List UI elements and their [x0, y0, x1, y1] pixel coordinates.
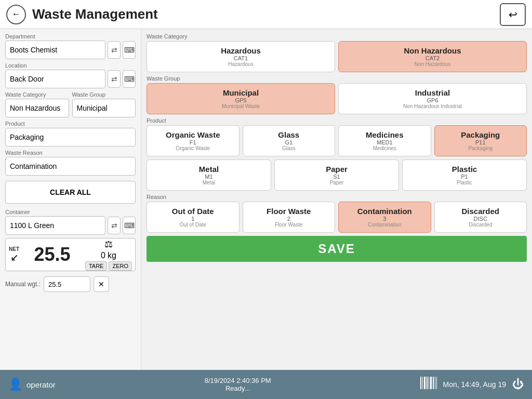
tile-code: DISC — [474, 216, 487, 222]
reply-icon: ↩ — [509, 8, 517, 21]
tile-DISC[interactable]: Discarded DISC Discarded — [434, 202, 527, 233]
user-icon: 👤 — [8, 378, 22, 391]
tile-MED1[interactable]: Medicines MED1 Medicines — [338, 125, 431, 156]
department-keyboard-btn[interactable]: ⌨ — [123, 41, 136, 59]
waste-category-label: Waste Category — [5, 91, 69, 98]
reason-tiles: Out of Date 1 Out of Date Floor Waste 2 … — [147, 202, 527, 233]
tile-name: Municipal — [223, 88, 259, 97]
tile-code: M1 — [205, 174, 212, 180]
department-field: Department ⇄ ⌨ — [5, 33, 136, 59]
svg-rect-4 — [429, 377, 429, 389]
tile-code: CAT1 — [234, 55, 248, 61]
tile-name: Hazardous — [221, 46, 261, 55]
tile-name: Contamination — [357, 207, 412, 216]
tile-CAT2[interactable]: Non Hazardous CAT2 Non Hazardous — [338, 41, 527, 72]
department-input[interactable] — [5, 41, 105, 59]
save-section: SAVE — [147, 236, 527, 262]
manual-weight-row: Manual wgt.: ✕ — [5, 276, 136, 292]
tile-code: MED1 — [377, 139, 393, 145]
tile-GP6[interactable]: Industrial GP6 Non Hazardous Industrial — [338, 83, 527, 114]
tile-sub: Contamination — [368, 222, 401, 228]
category-tiles: Hazardous CAT1 Hazardous Non Hazardous C… — [147, 41, 527, 72]
manual-weight-input[interactable] — [44, 276, 90, 292]
container-keyboard-btn[interactable]: ⌨ — [123, 217, 136, 234]
waste-category-section: Waste Category Hazardous CAT1 Hazardous … — [147, 33, 527, 72]
location-label: Location — [5, 62, 136, 69]
save-button[interactable]: SAVE — [147, 236, 527, 262]
tile-sub: Out of Date — [180, 222, 206, 228]
tile-P1[interactable]: Plastic P1 Plastic — [402, 159, 527, 191]
waste-group-input[interactable] — [72, 99, 136, 117]
tile-sub: Metal — [203, 180, 215, 185]
manual-weight-label: Manual wgt.: — [5, 281, 41, 288]
tile-2[interactable]: Floor Waste 2 Floor Waste — [243, 202, 336, 233]
svg-rect-7 — [435, 377, 435, 389]
tile-code: S1 — [333, 174, 340, 180]
tile-P11[interactable]: Packaging P11 Packaging — [434, 125, 527, 156]
svg-rect-0 — [420, 377, 421, 389]
tile-name: Metal — [199, 165, 219, 174]
location-refresh-btn[interactable]: ⇄ — [108, 70, 121, 88]
waste-category-input[interactable] — [5, 99, 69, 117]
tile-CAT1[interactable]: Hazardous CAT1 Hazardous — [147, 41, 335, 72]
username: operator — [26, 380, 56, 389]
location-keyboard-btn[interactable]: ⌨ — [123, 70, 136, 88]
department-refresh-btn[interactable]: ⇄ — [108, 41, 121, 59]
container-row: ⇄ ⌨ — [5, 216, 136, 235]
reason-section: Reason Out of Date 1 Out of Date Floor W… — [147, 194, 527, 233]
tile-sub: Discarded — [469, 222, 492, 228]
container-input[interactable] — [5, 216, 105, 235]
tile-3[interactable]: Contamination 3 Contamination — [338, 202, 431, 233]
tile-code: CAT2 — [425, 55, 440, 61]
footer: 👤 operator 8/19/2024 2:40:36 PM Ready...… — [0, 370, 532, 399]
waste-reason-label: Waste Reason — [5, 150, 136, 156]
location-input[interactable] — [5, 70, 105, 88]
location-row: ⇄ ⌨ — [5, 70, 136, 88]
product-tiles: Organic Waste F1 Organic Waste Glass G1 … — [147, 125, 527, 191]
waste-category-field: Waste Category — [5, 91, 69, 117]
tile-sub: Packaging — [468, 145, 493, 151]
tare-button[interactable]: TARE — [85, 261, 108, 271]
tile-M1[interactable]: Metal M1 Metal — [147, 159, 271, 191]
back-icon: ← — [11, 9, 21, 20]
zero-button[interactable]: ZERO — [109, 261, 132, 271]
container-label: Container — [5, 209, 136, 215]
footer-right: Mon, 14:49, Aug 19 ⏻ — [420, 377, 524, 392]
tile-S1[interactable]: Paper S1 Paper — [274, 159, 399, 191]
tile-name: Out of Date — [172, 207, 214, 216]
footer-time: Mon, 14:49, Aug 19 — [443, 380, 506, 389]
department-label: Department — [5, 33, 136, 39]
power-icon[interactable]: ⏻ — [512, 378, 524, 391]
clear-all-button[interactable]: CLEAR ALL — [5, 181, 136, 204]
tile-name: Organic Waste — [166, 130, 220, 139]
tile-GP5[interactable]: Municipal GP5 Municipal Waste — [147, 83, 335, 114]
waste-reason-input[interactable] — [5, 157, 136, 176]
tile-1[interactable]: Out of Date 1 Out of Date — [147, 202, 240, 233]
back-button[interactable]: ← — [6, 5, 26, 24]
manual-weight-clear-btn[interactable]: ✕ — [94, 276, 109, 292]
tile-code: GP6 — [427, 97, 438, 103]
waste-reason-field: Waste Reason — [5, 150, 136, 176]
svg-rect-3 — [427, 377, 428, 389]
container-refresh-btn[interactable]: ⇄ — [108, 217, 121, 234]
tile-name: Floor Waste — [267, 207, 311, 216]
tile-name: Glass — [278, 130, 299, 139]
tile-code: P11 — [475, 139, 486, 145]
tile-sub: Organic Waste — [176, 145, 210, 151]
reply-button[interactable]: ↩ — [500, 3, 526, 26]
tile-sub: Medicines — [373, 145, 396, 151]
page-title: Waste Management — [32, 6, 158, 22]
tile-code: 2 — [287, 216, 290, 222]
svg-rect-6 — [433, 377, 434, 389]
department-row: ⇄ ⌨ — [5, 41, 136, 59]
tile-sub: Hazardous — [228, 61, 253, 67]
container-section: Container ⇄ ⌨ — [5, 209, 136, 235]
tile-sub: Municipal Waste — [222, 103, 260, 109]
tile-sub: Floor Waste — [275, 222, 303, 228]
tile-F1[interactable]: Organic Waste F1 Organic Waste — [147, 125, 240, 156]
tile-G1[interactable]: Glass G1 Glass — [243, 125, 336, 156]
weight-display: 25.5 — [21, 244, 83, 265]
product-input[interactable] — [5, 128, 136, 147]
footer-status: Ready... — [205, 384, 271, 392]
header-left: ← Waste Management — [6, 5, 158, 24]
